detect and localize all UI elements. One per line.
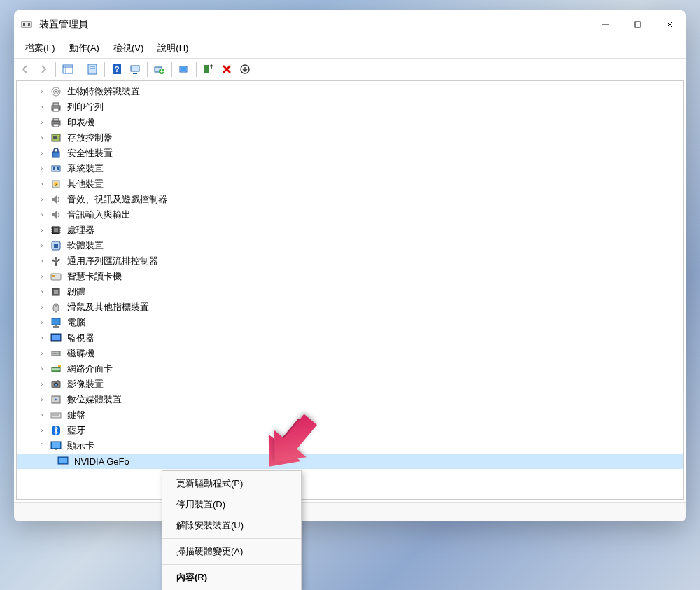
svg-rect-36: [53, 167, 55, 170]
expand-icon[interactable]: ›: [36, 409, 48, 421]
svg-rect-37: [57, 167, 59, 170]
expand-icon[interactable]: ›: [36, 209, 48, 220]
tree-node[interactable]: › 軟體裝置: [17, 238, 683, 253]
show-hide-tree-button[interactable]: [59, 61, 76, 78]
menu-file[interactable]: 檔案(F): [18, 40, 62, 57]
other-icon: ?: [50, 178, 62, 190]
tree-node[interactable]: › 網路介面卡: [17, 361, 683, 377]
close-button[interactable]: [654, 10, 686, 38]
device-tree[interactable]: › 生物特徵辨識裝置 › 列印佇列 › 印表機 › 存放控制器 › 安全性裝置 …: [16, 80, 684, 500]
tree-node[interactable]: › 影像裝置: [17, 377, 683, 392]
enable-button[interactable]: [176, 61, 192, 78]
tree-node[interactable]: › 磁碟機: [17, 346, 683, 361]
menu-action[interactable]: 動作(A): [62, 40, 106, 57]
toolbar-separator: [55, 62, 56, 77]
update-driver-button[interactable]: [151, 61, 168, 78]
tree-node[interactable]: › 數位媒體裝置: [17, 392, 683, 407]
tree-node[interactable]: › 生物特徵辨識裝置: [17, 84, 683, 99]
expand-icon[interactable]: ›: [36, 348, 48, 359]
tree-node-child[interactable]: NVIDIA GeFo: [17, 454, 683, 469]
expand-icon[interactable]: ›: [36, 317, 48, 328]
expand-icon[interactable]: ˅: [36, 440, 48, 451]
svg-rect-33: [53, 136, 57, 139]
window-title: 裝置管理員: [39, 18, 589, 31]
expand-icon[interactable]: ›: [36, 148, 48, 159]
tree-node[interactable]: › 監視器: [17, 330, 683, 346]
maximize-button[interactable]: [622, 10, 654, 38]
menu-scan-hardware[interactable]: 掃描硬體變更(A): [162, 541, 301, 562]
tree-node[interactable]: › 通用序列匯流排控制器: [17, 253, 683, 269]
expand-icon[interactable]: ›: [36, 302, 48, 313]
menu-help[interactable]: 說明(H): [150, 40, 195, 57]
tree-node[interactable]: › 智慧卡讀卡機: [17, 269, 683, 284]
tree-node[interactable]: › 滑鼠及其他指標裝置: [17, 300, 683, 315]
tree-node[interactable]: › 系統裝置: [17, 161, 683, 176]
window-buttons: [589, 10, 686, 38]
svg-point-70: [58, 353, 59, 354]
tree-node[interactable]: › ? 其他裝置: [17, 176, 683, 192]
expand-icon[interactable]: ›: [36, 271, 48, 282]
svg-point-32: [58, 135, 59, 136]
tree-node[interactable]: ˅ 顯示卡: [17, 438, 683, 454]
tree-node[interactable]: › 列印佇列: [17, 99, 683, 115]
menu-update-driver[interactable]: 更新驅動程式(P): [162, 473, 301, 494]
keyboard-icon: [50, 409, 62, 421]
svg-rect-34: [52, 152, 59, 157]
security-icon: [50, 148, 62, 159]
svg-rect-15: [131, 66, 139, 71]
forward-button: [35, 61, 52, 78]
expand-icon[interactable]: ›: [36, 240, 48, 251]
expand-icon[interactable]: ›: [36, 332, 48, 344]
storage-icon: [50, 132, 62, 143]
expand-icon[interactable]: ›: [36, 394, 48, 405]
tree-node[interactable]: › 安全性裝置: [17, 146, 683, 161]
down-button[interactable]: [237, 61, 253, 78]
properties-button[interactable]: [84, 61, 101, 78]
node-label: 智慧卡讀卡機: [66, 269, 123, 283]
tree-node[interactable]: › 存放控制器: [17, 130, 683, 146]
expand-icon[interactable]: ›: [36, 86, 48, 97]
tree-node[interactable]: › 韌體: [17, 284, 683, 300]
system-icon: [50, 163, 62, 174]
back-button: [17, 61, 34, 78]
expand-icon[interactable]: ›: [36, 163, 48, 174]
expand-icon[interactable]: ›: [36, 425, 48, 436]
menu-disable-device[interactable]: 停用裝置(D): [162, 494, 301, 515]
tree-node[interactable]: › 音效、視訊及遊戲控制器: [17, 192, 683, 207]
node-label: 其他裝置: [66, 177, 105, 191]
expand-icon[interactable]: ›: [36, 194, 48, 205]
svg-rect-60: [54, 290, 58, 294]
node-label: 監視器: [66, 331, 96, 345]
tree-node[interactable]: › 藍牙: [17, 423, 683, 438]
node-label: 鍵盤: [66, 408, 87, 422]
statusbar: [14, 502, 686, 521]
expand-icon[interactable]: ›: [36, 132, 48, 143]
minimize-button[interactable]: [589, 10, 622, 38]
tree-node[interactable]: › 電腦: [17, 315, 683, 330]
node-label: NVIDIA GeFo: [73, 456, 131, 468]
smartcard-icon: [50, 271, 62, 282]
expand-icon[interactable]: ›: [36, 255, 48, 267]
expand-icon[interactable]: ›: [36, 117, 48, 128]
disable-button[interactable]: [200, 61, 217, 78]
tree-node[interactable]: › 印表機: [17, 115, 683, 130]
menu-uninstall-device[interactable]: 解除安裝裝置(U): [162, 515, 301, 536]
uninstall-button[interactable]: [218, 61, 235, 78]
audio-icon: [50, 209, 62, 220]
svg-rect-85: [52, 442, 60, 448]
expand-icon[interactable]: ›: [36, 363, 48, 374]
menu-view[interactable]: 檢視(V): [106, 40, 150, 57]
tree-node[interactable]: › 鍵盤: [17, 407, 683, 423]
expand-icon[interactable]: ›: [36, 286, 48, 297]
expand-icon[interactable]: ›: [36, 379, 48, 390]
help-button[interactable]: ?: [108, 61, 125, 78]
svg-rect-72: [52, 367, 60, 372]
scan-button[interactable]: [127, 61, 144, 78]
expand-icon[interactable]: ›: [36, 178, 48, 190]
tree-node[interactable]: › 音訊輸入與輸出: [17, 207, 683, 223]
expand-icon[interactable]: ›: [36, 101, 48, 113]
expand-icon[interactable]: ›: [36, 225, 48, 236]
svg-rect-30: [53, 124, 59, 127]
menu-properties[interactable]: 內容(R): [162, 567, 301, 588]
tree-node[interactable]: › 處理器: [17, 223, 683, 238]
